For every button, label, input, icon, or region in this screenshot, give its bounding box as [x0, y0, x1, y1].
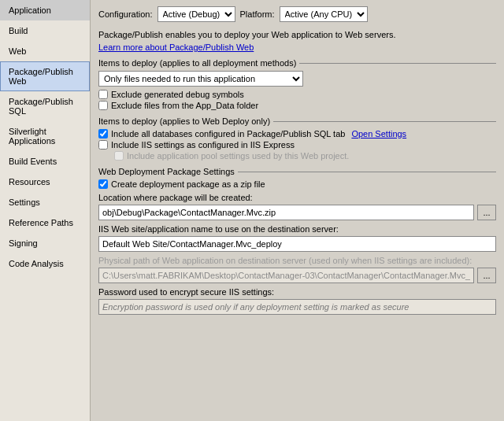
- checkbox-include-iis: Include IIS settings as configured in II…: [98, 140, 496, 150]
- sidebar-item-web[interactable]: Web: [0, 41, 90, 61]
- include-iis-label: Include IIS settings as configured in II…: [111, 140, 295, 150]
- iis-row: [98, 236, 496, 252]
- sidebar-item-settings[interactable]: Settings: [0, 192, 90, 212]
- zip-label: Create deployment package as a zip file: [111, 179, 265, 189]
- include-db-label: Include all databases configured in Pack…: [111, 129, 345, 138]
- location-row: ...: [98, 205, 496, 220]
- exclude-debug-label: Exclude generated debug symbols: [111, 90, 244, 99]
- physical-label: Physical path of Web application on dest…: [98, 256, 496, 265]
- physical-row: ...: [98, 268, 496, 283]
- config-label: Configuration:: [98, 9, 153, 19]
- section-web-deploy: Items to deploy (applies to Web Deploy o…: [98, 116, 496, 126]
- config-select[interactable]: Active (Debug): [158, 6, 235, 22]
- platform-select[interactable]: Active (Any CPU): [280, 6, 368, 22]
- iis-input[interactable]: [98, 236, 496, 252]
- include-pool-checkbox[interactable]: [114, 151, 124, 161]
- exclude-appdata-label: Exclude files from the App_Data folder: [111, 101, 258, 110]
- sidebar-item-resources[interactable]: Resources: [0, 172, 90, 192]
- sidebar-item-application[interactable]: Application: [0, 0, 90, 20]
- checkbox-include-pool: Include application pool settings used b…: [114, 151, 496, 161]
- location-browse-btn[interactable]: ...: [477, 205, 496, 220]
- password-input[interactable]: [98, 299, 496, 315]
- physical-browse-btn[interactable]: ...: [477, 268, 496, 283]
- checkbox-zip: Create deployment package as a zip file: [98, 179, 496, 189]
- sidebar-item-build[interactable]: Build: [0, 20, 90, 41]
- sidebar-item-build-events[interactable]: Build Events: [0, 151, 90, 172]
- checkbox-exclude-debug: Exclude generated debug symbols: [98, 90, 496, 99]
- zip-checkbox[interactable]: [98, 179, 108, 189]
- iis-label: IIS Web site/application name to use on …: [98, 224, 496, 234]
- location-input[interactable]: [98, 205, 474, 220]
- include-pool-label: Include application pool settings used b…: [127, 151, 349, 161]
- main-content: Configuration: Active (Debug) Platform: …: [91, 0, 504, 421]
- open-settings-link[interactable]: Open Settings: [351, 129, 406, 138]
- sidebar: Application Build Web Package/Publish We…: [0, 0, 91, 421]
- include-iis-checkbox[interactable]: [98, 140, 108, 150]
- sidebar-item-package-publish-web[interactable]: Package/Publish Web: [0, 61, 90, 91]
- checkbox-include-db: Include all databases configured in Pack…: [98, 129, 496, 138]
- section-all-deploy: Items to deploy (applies to all deployme…: [98, 58, 496, 68]
- sidebar-item-code-analysis[interactable]: Code Analysis: [0, 253, 90, 274]
- info-text: Package/Publish enables you to deploy yo…: [98, 30, 496, 39]
- sidebar-item-silverlight[interactable]: Silverlight Applications: [0, 121, 90, 151]
- top-bar: Configuration: Active (Debug) Platform: …: [98, 6, 496, 22]
- checkbox-exclude-appdata: Exclude files from the App_Data folder: [98, 101, 496, 110]
- platform-label: Platform:: [240, 9, 275, 19]
- info-link[interactable]: Learn more about Package/Publish Web: [98, 42, 496, 52]
- exclude-debug-checkbox[interactable]: [98, 90, 108, 99]
- location-label: Location where package will be created:: [98, 193, 496, 202]
- sidebar-item-signing[interactable]: Signing: [0, 233, 90, 253]
- sidebar-item-reference-paths[interactable]: Reference Paths: [0, 212, 90, 233]
- section-package-settings: Web Deployment Package Settings: [98, 167, 496, 176]
- include-db-checkbox[interactable]: [98, 129, 108, 138]
- password-label: Password used to encrypt secure IIS sett…: [98, 287, 496, 297]
- physical-input[interactable]: [98, 268, 474, 283]
- sidebar-item-package-publish-sql[interactable]: Package/Publish SQL: [0, 91, 90, 121]
- exclude-appdata-checkbox[interactable]: [98, 101, 108, 110]
- deploy-dropdown[interactable]: Only files needed to run this applicatio…: [98, 71, 303, 87]
- deploy-dropdown-row: Only files needed to run this applicatio…: [98, 71, 496, 87]
- password-row: [98, 299, 496, 315]
